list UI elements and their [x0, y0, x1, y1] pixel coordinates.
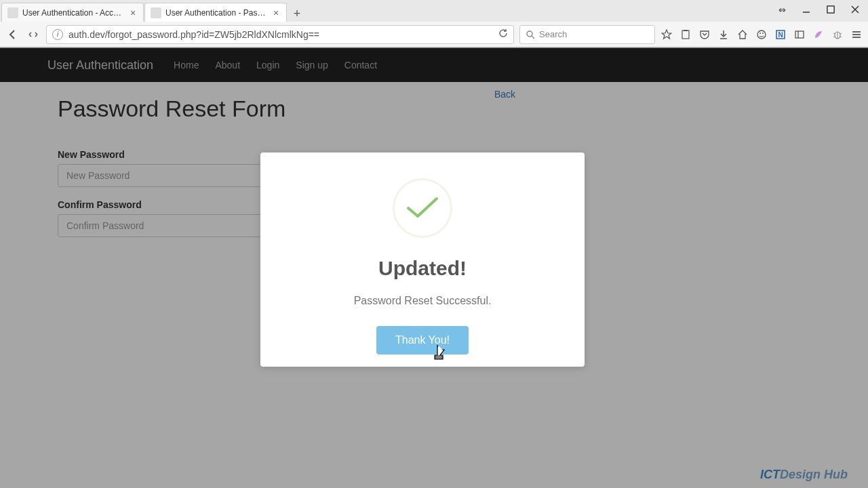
- tab-title: User Authentication - Passwor...: [165, 8, 266, 18]
- success-circle: [393, 178, 452, 238]
- url-box[interactable]: i auth.dev/forgot_password.php?id=ZW5jb2…: [46, 25, 514, 44]
- close-icon[interactable]: ×: [271, 8, 281, 18]
- address-bar: i auth.dev/forgot_password.php?id=ZW5jb2…: [0, 22, 868, 47]
- star-icon[interactable]: [660, 28, 673, 41]
- svg-rect-7: [682, 30, 689, 39]
- reload-icon[interactable]: [498, 28, 508, 40]
- back-button[interactable]: [5, 27, 20, 42]
- search-icon: [526, 30, 535, 39]
- toolbar-icons: N: [660, 28, 863, 41]
- url-text: auth.dev/forgot_password.php?id=ZW5jb2Rl…: [68, 29, 494, 40]
- browser-chrome: User Authentication - Account... × User …: [0, 0, 868, 48]
- checkmark-icon: [406, 196, 439, 220]
- download-icon[interactable]: [717, 28, 730, 41]
- browser-tab-active[interactable]: User Authentication - Passwor... ×: [144, 3, 287, 22]
- dev-icon[interactable]: [26, 27, 41, 42]
- browser-tab[interactable]: User Authentication - Account... ×: [1, 3, 144, 22]
- tab-bar: User Authentication - Account... × User …: [0, 0, 868, 22]
- tab-title: User Authentication - Account...: [22, 8, 123, 18]
- new-tab-button[interactable]: +: [288, 5, 307, 22]
- close-window-icon[interactable]: [846, 3, 864, 16]
- svg-point-10: [760, 33, 761, 34]
- panel-icon[interactable]: [793, 28, 806, 41]
- svg-point-11: [762, 33, 764, 34]
- window-controls: ⇔: [773, 3, 864, 16]
- svg-point-9: [757, 30, 766, 39]
- search-placeholder: Search: [539, 29, 567, 39]
- menu-icon[interactable]: [850, 28, 863, 41]
- svg-rect-2: [827, 6, 834, 13]
- svg-rect-14: [795, 31, 804, 38]
- n-icon[interactable]: N: [774, 28, 787, 41]
- clipboard-icon[interactable]: [679, 28, 692, 41]
- bug-icon[interactable]: [831, 28, 844, 41]
- modal-text: Password Reset Successful.: [274, 295, 571, 307]
- svg-rect-8: [684, 30, 688, 31]
- search-box[interactable]: Search: [519, 25, 655, 44]
- svg-line-6: [532, 36, 534, 39]
- svg-point-5: [527, 31, 532, 37]
- success-modal: Updated! Password Reset Successful. Than…: [260, 152, 585, 367]
- svg-text:N: N: [778, 31, 783, 39]
- minimize-icon[interactable]: [797, 3, 815, 16]
- tab-favicon: [7, 7, 18, 18]
- maximize-icon[interactable]: [822, 3, 840, 16]
- pocket-icon[interactable]: [698, 28, 711, 41]
- info-icon[interactable]: i: [52, 29, 63, 40]
- modal-title: Updated!: [274, 257, 571, 280]
- smile-icon[interactable]: [755, 28, 768, 41]
- thank-you-button[interactable]: Thank You!: [376, 326, 469, 354]
- close-icon[interactable]: ×: [128, 8, 138, 18]
- tab-favicon: [151, 7, 161, 18]
- home-icon[interactable]: [736, 28, 749, 41]
- resize-icon[interactable]: ⇔: [773, 3, 791, 16]
- feather-icon[interactable]: [812, 28, 825, 41]
